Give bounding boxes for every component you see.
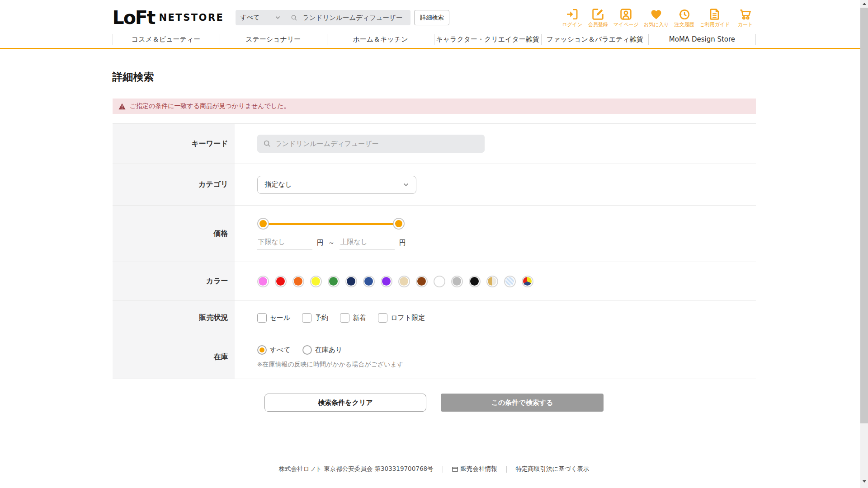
search-icon	[263, 140, 271, 148]
color-swatch-multi[interactable]	[522, 276, 533, 287]
sales-status-label: 販売状況	[113, 301, 235, 335]
quicklink-label: ご利用ガイド	[699, 21, 730, 28]
category-select[interactable]: 指定なし	[257, 176, 416, 194]
checkbox-sale[interactable]: セール	[257, 313, 291, 323]
nav-item-1[interactable]: コスメ＆ビューティー	[113, 31, 220, 48]
header-search-input[interactable]	[302, 14, 406, 22]
clear-conditions-button[interactable]: 検索条件をクリア	[264, 394, 426, 412]
checkbox-loft-limited[interactable]: ロフト限定	[378, 313, 425, 323]
history-clock-icon	[678, 7, 691, 21]
guide-document-icon	[708, 7, 721, 21]
checkbox-new[interactable]: 新着	[340, 313, 366, 323]
window-icon	[452, 466, 458, 472]
swatch-fill	[311, 277, 320, 286]
nav-item-4[interactable]: キャラクター・クリエイター雑貨	[434, 31, 541, 48]
swatch-fill	[329, 277, 338, 286]
no-results-alert: ご指定の条件に一致する商品が見つかりませんでした。	[113, 99, 756, 114]
quicklink-label: 会員登録	[588, 21, 608, 28]
footer-link-seller-info[interactable]: 販売会社情報	[452, 465, 497, 473]
color-swatch-green[interactable]	[328, 276, 340, 287]
chevron-down-icon	[275, 16, 280, 19]
color-swatch-blue[interactable]	[363, 276, 375, 287]
detail-search-button[interactable]: 詳細検索	[414, 10, 449, 25]
keyword-input[interactable]	[257, 135, 485, 153]
scrollbar-down-button[interactable]	[860, 478, 868, 485]
sales-status-row: 販売状況 セール予約新着ロフト限定	[113, 300, 756, 335]
color-swatch-white[interactable]	[434, 276, 445, 287]
nav-item-3[interactable]: ホーム＆キッチン	[327, 31, 434, 48]
loft-logo[interactable]: LoFt NETSTORE	[113, 9, 224, 27]
price-range-slider	[257, 218, 405, 230]
cart-icon	[739, 7, 752, 21]
quicklink-login[interactable]: ログイン	[562, 7, 583, 28]
slider-handle-max[interactable]	[393, 218, 405, 230]
price-min-input[interactable]	[257, 237, 312, 249]
swatch-fill	[505, 277, 514, 286]
vertical-scrollbar	[860, 0, 868, 488]
color-swatch-purple[interactable]	[381, 276, 392, 287]
nav-item-2[interactable]: ステーショナリー	[220, 31, 327, 48]
color-swatch-red[interactable]	[275, 276, 287, 287]
swatch-fill	[276, 277, 285, 286]
login-icon	[566, 7, 579, 21]
price-max-input[interactable]	[340, 237, 395, 249]
checkbox-label: ロフト限定	[391, 314, 425, 322]
stock-row: 在庫 すべて在庫あり ※在庫情報の反映に時間がかかる場合がございます	[113, 335, 756, 379]
scrollbar-up-button[interactable]	[860, 0, 868, 8]
color-swatch-black[interactable]	[469, 276, 481, 287]
color-swatch-yellow[interactable]	[310, 276, 322, 287]
quicklink-cart[interactable]: カート	[735, 7, 756, 28]
search-icon	[291, 14, 297, 22]
quicklink-mypage[interactable]: マイページ	[613, 7, 639, 28]
category-selected-value: 指定なし	[265, 180, 292, 189]
checkbox-label: 新着	[353, 314, 366, 322]
radio-label: すべて	[270, 346, 291, 354]
quicklink-register[interactable]: 会員登録	[588, 7, 609, 28]
search-submit-button[interactable]: この条件で検索する	[441, 394, 604, 412]
search-category-select[interactable]: すべて	[236, 10, 285, 25]
warning-icon	[118, 103, 126, 110]
quicklink-history[interactable]: 注文履歴	[674, 7, 694, 28]
swatch-fill	[435, 277, 443, 286]
quicklink-guide[interactable]: ご利用ガイド	[699, 7, 730, 28]
scrollbar-thumb[interactable]	[860, 8, 868, 423]
main-nav: コスメ＆ビューティーステーショナリーホーム＆キッチンキャラクター・クリエイター雑…	[113, 31, 756, 48]
color-swatch-list	[257, 276, 756, 287]
swatch-fill	[417, 277, 426, 286]
nav-accent-line	[0, 48, 868, 49]
footer-link-commerce-law[interactable]: 特定商取引法に基づく表示	[516, 465, 590, 473]
color-swatch-gold[interactable]	[486, 276, 498, 287]
nav-item-5[interactable]: ファッション＆バラエティ雑貨	[541, 31, 648, 48]
radio-ring	[302, 345, 312, 355]
color-swatch-pink[interactable]	[257, 276, 269, 287]
color-swatch-brown[interactable]	[416, 276, 428, 287]
color-swatch-beige[interactable]	[398, 276, 410, 287]
footer-divider	[506, 466, 507, 473]
mypage-person-icon	[619, 7, 632, 21]
quicklink-favorites[interactable]: お気に入り	[644, 7, 669, 28]
color-swatch-gray[interactable]	[451, 276, 463, 287]
swatch-fill	[470, 277, 479, 286]
swatch-fill	[488, 277, 496, 286]
color-swatch-orange[interactable]	[292, 276, 304, 287]
radio-in-stock[interactable]: 在庫あり	[302, 345, 343, 355]
alert-message: ご指定の条件に一致する商品が見つかりませんでした。	[130, 102, 290, 110]
price-unit-min: 円	[317, 239, 324, 249]
radio-all[interactable]: すべて	[257, 345, 291, 355]
checkbox-box	[302, 313, 311, 323]
quicklink-label: カート	[738, 21, 753, 28]
search-form: キーワード カテゴリ 指定なし 価格	[113, 123, 756, 379]
checkbox-box	[378, 313, 387, 323]
slider-handle-min[interactable]	[257, 218, 269, 230]
checkbox-reserve[interactable]: 予約	[302, 313, 328, 323]
swatch-fill	[453, 277, 461, 286]
nav-item-6[interactable]: MoMA Design Store	[648, 31, 755, 48]
color-swatch-clear[interactable]	[504, 276, 516, 287]
header: LoFt NETSTORE すべて 詳細検索 ログイン会員登録マイページお気に入…	[113, 0, 756, 27]
footer-link-label: 販売会社情報	[461, 465, 497, 473]
page-container: LoFt NETSTORE すべて 詳細検索 ログイン会員登録マイページお気に入…	[113, 0, 756, 48]
footer: 株式会社ロフト 東京都公安委員会 第303319700768号 販売会社情報 特…	[0, 457, 868, 473]
stock-label: 在庫	[113, 335, 235, 379]
sales-status-options: セール予約新着ロフト限定	[257, 313, 756, 323]
color-swatch-navy[interactable]	[345, 276, 357, 287]
